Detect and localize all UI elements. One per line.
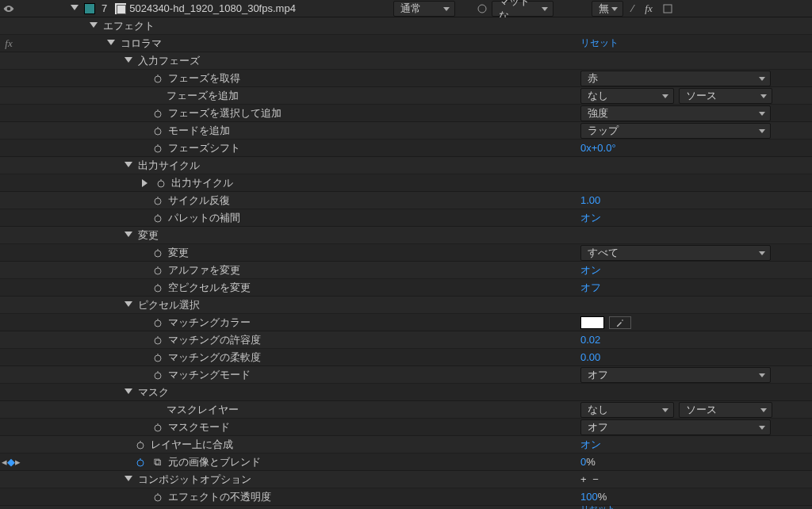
matching-mode-dropdown[interactable]: オフ xyxy=(580,367,771,383)
stopwatch-icon[interactable] xyxy=(152,335,163,346)
layer-twirl-icon[interactable] xyxy=(70,4,79,13)
stopwatch-icon[interactable] xyxy=(152,195,163,206)
stopwatch-icon[interactable] xyxy=(152,125,163,136)
add-phase-source-dropdown[interactable]: ソース xyxy=(679,88,772,104)
parent-dropdown[interactable]: 無 xyxy=(592,1,623,17)
twirl-open-icon[interactable] xyxy=(124,161,133,170)
motion-blur-icon[interactable] xyxy=(661,2,674,15)
val-matching-softness[interactable]: 0.00 xyxy=(580,351,600,363)
modify-dropdown[interactable]: すべて xyxy=(580,245,771,261)
layer-name[interactable]: 7 5024340-hd_1920_1080_30fps.mp4 xyxy=(102,2,296,14)
keyframe-diamond-icon[interactable]: ◆ xyxy=(7,456,15,468)
group-compositing-options[interactable]: コンポジットオプション xyxy=(138,473,251,487)
twirl-open-icon[interactable] xyxy=(124,388,133,397)
reset-link[interactable]: リセット xyxy=(580,506,615,509)
val-effect-opacity[interactable]: 100% xyxy=(580,491,607,503)
visibility-eye-icon[interactable] xyxy=(0,3,17,14)
track-matte-dropdown[interactable]: マットな xyxy=(492,1,553,17)
group-pixel-selection[interactable]: ピクセル選択 xyxy=(138,298,200,312)
twirl-open-icon[interactable] xyxy=(124,475,133,484)
stopwatch-icon[interactable] xyxy=(152,73,163,84)
val-alpha-modify[interactable]: オン xyxy=(580,263,601,277)
shy-toggle-icon[interactable]: ∕ xyxy=(626,2,639,15)
prop-palette-interp[interactable]: パレットの補間 xyxy=(168,211,240,225)
fx-enable-icon[interactable]: fx xyxy=(0,37,17,50)
group-output-cycle[interactable]: 出力サイクル xyxy=(138,159,200,173)
val-empty-pixel-modify[interactable]: オフ xyxy=(580,281,601,295)
reset-link[interactable]: リセット xyxy=(580,36,619,50)
prop-effect-opacity[interactable]: エフェクトの不透明度 xyxy=(168,490,271,504)
val-palette-interp[interactable]: オン xyxy=(580,211,601,225)
prop-matching-tolerance[interactable]: マッチングの許容度 xyxy=(168,333,261,347)
get-phase-dropdown[interactable]: 赤 xyxy=(580,71,771,86)
blend-mode-dropdown[interactable]: 通常 xyxy=(393,1,455,17)
stopwatch-icon[interactable] xyxy=(152,422,163,433)
group-mask[interactable]: マスク xyxy=(138,385,169,400)
stopwatch-icon[interactable] xyxy=(152,212,163,224)
prop-add-phase[interactable]: フェーズを追加 xyxy=(167,89,239,103)
prop-add-mode[interactable]: モードを追加 xyxy=(168,124,230,138)
prev-keyframe-icon[interactable]: ◂ xyxy=(2,456,7,468)
val-cycle-repeat[interactable]: 1.00 xyxy=(580,194,600,206)
effects-group-label[interactable]: エフェクト xyxy=(103,19,155,33)
twirl-open-icon[interactable] xyxy=(124,300,133,310)
twirl-open-icon[interactable] xyxy=(124,56,133,66)
twirl-open-icon[interactable] xyxy=(89,21,98,31)
stopwatch-icon[interactable] xyxy=(135,439,146,450)
twirl-open-icon[interactable] xyxy=(124,231,133,240)
group-input-phase[interactable]: 入力フェーズ xyxy=(138,54,200,68)
matching-color-swatch[interactable] xyxy=(580,316,604,329)
stopwatch-icon[interactable] xyxy=(152,492,163,503)
prop-blend-with-original[interactable]: 元の画像とブレンド xyxy=(168,455,261,469)
stopwatch-icon[interactable] xyxy=(152,108,163,119)
val-phase-shift[interactable]: 0x+0.0° xyxy=(580,142,616,154)
val-blend-with-original[interactable]: 0% xyxy=(580,456,596,468)
add-phase-dropdown[interactable]: なし xyxy=(580,88,674,104)
prop-matching-color[interactable]: マッチングカラー xyxy=(168,316,251,330)
val-composite-over-layer[interactable]: オン xyxy=(580,438,601,452)
prop-alpha-modify[interactable]: アルファを変更 xyxy=(168,263,240,277)
keyframe-navigator[interactable]: ◂ ◆ ▸ xyxy=(2,456,21,468)
add-remove-mask-buttons[interactable]: + − xyxy=(580,473,600,485)
add-mode-dropdown[interactable]: ラップ xyxy=(580,123,771,139)
prop-output-cycle[interactable]: 出力サイクル xyxy=(171,176,233,190)
stopwatch-icon[interactable] xyxy=(152,317,163,328)
stopwatch-icon[interactable] xyxy=(152,143,163,154)
fx-toggle-icon[interactable]: fx xyxy=(642,2,655,15)
val-matching-tolerance[interactable]: 0.02 xyxy=(580,334,600,346)
prop-empty-pixel-modify[interactable]: 空ピクセルを変更 xyxy=(168,281,251,295)
stopwatch-icon[interactable] xyxy=(152,265,163,276)
prop-matching-mode[interactable]: マッチングモード xyxy=(168,368,251,382)
eyedropper-icon[interactable] xyxy=(609,316,631,329)
prop-cycle-repeat[interactable]: サイクル反復 xyxy=(168,193,230,208)
group-modify[interactable]: 変更 xyxy=(138,228,159,243)
layer-color-swatch[interactable] xyxy=(84,3,95,14)
stopwatch-icon[interactable] xyxy=(152,369,163,381)
next-keyframe-icon[interactable]: ▸ xyxy=(15,456,21,468)
mask-mode-dropdown[interactable]: オフ xyxy=(580,419,771,435)
svg-point-16 xyxy=(158,181,164,187)
twirl-open-icon[interactable] xyxy=(106,39,116,48)
prop-composite-over-layer[interactable]: レイヤー上に合成 xyxy=(151,438,233,452)
stopwatch-icon[interactable] xyxy=(152,247,163,258)
prop-mask-layer[interactable]: マスクレイヤー xyxy=(167,403,239,417)
mask-layer-dropdown[interactable]: なし xyxy=(580,402,674,418)
stopwatch-icon[interactable] xyxy=(152,352,163,363)
prop-modify[interactable]: 変更 xyxy=(168,246,189,260)
matte-toggle-icon[interactable] xyxy=(476,2,488,15)
prop-get-phase[interactable]: フェーズを取得 xyxy=(168,71,240,86)
prop-matching-softness[interactable]: マッチングの柔軟度 xyxy=(168,350,261,365)
prop-mask-mode[interactable]: マスクモード xyxy=(168,420,230,434)
stopwatch-active-icon[interactable] xyxy=(135,457,146,468)
prop-phase-shift[interactable]: フェーズシフト xyxy=(168,141,240,155)
stopwatch-icon[interactable] xyxy=(155,178,167,189)
expression-language-icon[interactable]: ⧉ xyxy=(151,456,163,469)
svg-point-34 xyxy=(155,355,161,362)
twirl-closed-icon[interactable] xyxy=(141,178,151,188)
prop-select-add-phase[interactable]: フェーズを選択して追加 xyxy=(168,106,282,121)
svg-marker-0 xyxy=(71,5,79,10)
mask-layer-source-dropdown[interactable]: ソース xyxy=(679,402,772,418)
stopwatch-icon[interactable] xyxy=(152,282,163,293)
effect-name-colorama[interactable]: コロラマ xyxy=(121,36,162,51)
select-add-phase-dropdown[interactable]: 強度 xyxy=(580,105,771,121)
